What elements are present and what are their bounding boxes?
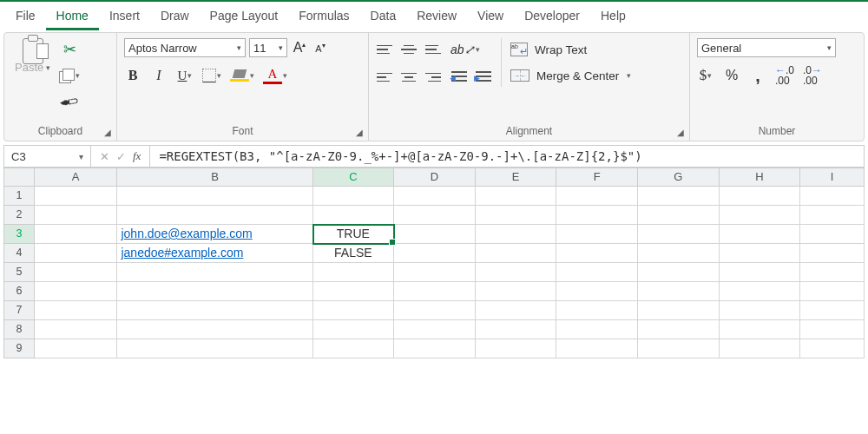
cell[interactable] [117,206,312,225]
chevron-down-icon[interactable]: ▾ [187,71,192,80]
cell[interactable] [638,282,720,301]
cell[interactable] [720,320,801,339]
cell[interactable] [476,244,557,263]
increase-decimal-button[interactable]: ←.0.00 [775,66,794,85]
borders-button[interactable]: ▾ [202,66,221,85]
bold-button[interactable]: B [124,66,141,85]
row-header[interactable]: 9 [3,339,35,358]
cell[interactable] [117,320,312,339]
align-top-button[interactable] [376,40,393,59]
cell[interactable] [638,244,720,263]
insert-function-button[interactable]: fx [133,149,141,163]
cell[interactable] [476,282,557,301]
column-header[interactable]: C [313,168,395,187]
cell[interactable] [638,225,720,244]
dialog-launcher-icon[interactable]: ◢ [677,128,684,137]
cell[interactable] [117,339,312,358]
column-header[interactable]: B [117,168,312,187]
align-middle-button[interactable] [400,40,418,59]
cell[interactable] [638,263,720,282]
align-center-button[interactable] [400,68,418,87]
cell[interactable] [800,206,865,225]
orientation-button[interactable]: ab⤢▾ [450,40,480,59]
chevron-down-icon[interactable]: ▾ [476,45,480,54]
cell[interactable] [800,225,865,244]
cell[interactable] [720,225,801,244]
cell[interactable] [556,244,638,263]
align-bottom-button[interactable] [424,40,442,59]
copy-button[interactable]: ▾ [59,66,80,85]
cell[interactable] [556,320,638,339]
cell[interactable] [720,339,801,358]
formula-bar[interactable]: =REGEXTEST(B3, "^[a-zA-Z0-9._%+-]+@[a-zA… [150,149,650,163]
wrap-text-button[interactable]: ab↵ Wrap Text [510,40,631,59]
cell[interactable] [638,206,720,225]
tab-draw[interactable]: Draw [150,5,200,30]
cell[interactable] [35,244,118,263]
tab-developer[interactable]: Developer [514,5,590,30]
comma-format-button[interactable]: , [749,66,766,85]
cell[interactable] [720,301,801,320]
cell[interactable] [35,187,118,206]
cell[interactable] [313,320,395,339]
align-left-button[interactable] [376,68,393,87]
cell[interactable] [313,301,395,320]
cell[interactable]: john.doe@example.com [117,225,312,244]
tab-home[interactable]: Home [46,5,99,30]
cell[interactable] [638,301,720,320]
column-header[interactable]: I [800,168,865,187]
cell[interactable]: TRUE [313,225,395,244]
cell[interactable] [556,206,638,225]
cell[interactable] [394,263,476,282]
row-header[interactable]: 4 [3,244,35,263]
column-header[interactable]: E [476,168,557,187]
cell[interactable] [638,339,720,358]
cell[interactable] [117,301,312,320]
chevron-down-icon[interactable]: ▾ [79,152,83,161]
cancel-formula-button[interactable]: ✕ [100,150,109,163]
cell[interactable]: janedoe#example.com [117,244,312,263]
cell[interactable] [800,282,865,301]
chevron-down-icon[interactable]: ▾ [250,71,254,80]
cell[interactable] [800,263,865,282]
cell[interactable] [394,282,476,301]
cell[interactable]: FALSE [313,244,395,263]
cell[interactable] [800,320,865,339]
cell[interactable] [35,206,118,225]
cell[interactable] [720,263,801,282]
cell[interactable] [720,206,801,225]
increase-indent-button[interactable]: ▶ [475,68,492,87]
font-name-combo[interactable]: Aptos Narrow▾ [124,38,246,57]
dialog-launcher-icon[interactable]: ◢ [356,128,363,137]
accounting-format-button[interactable]: $▾ [697,66,714,85]
number-format-combo[interactable]: General▾ [697,38,836,57]
font-size-combo[interactable]: 11▾ [249,38,287,57]
merge-center-button[interactable]: →← Merge & Center ▾ [510,66,631,85]
cell[interactable] [638,187,720,206]
format-painter-button[interactable]: 🖌 [59,92,80,111]
cell[interactable] [35,320,118,339]
paste-button[interactable] [21,40,45,59]
cell[interactable] [556,225,638,244]
cell[interactable] [800,301,865,320]
increase-font-button[interactable]: A▴ [291,38,308,57]
tab-help[interactable]: Help [590,5,636,30]
decrease-font-button[interactable]: A▾ [312,38,329,57]
decrease-indent-button[interactable]: ◀ [450,68,468,87]
cell[interactable] [313,263,395,282]
cell[interactable] [394,244,476,263]
cell[interactable] [476,301,557,320]
tab-data[interactable]: Data [360,5,407,30]
cell[interactable] [476,187,557,206]
worksheet-grid[interactable]: ABCDEFGHI 123john.doe@example.comTRUE4ja… [3,168,865,434]
row-header[interactable]: 1 [3,187,35,206]
row-header[interactable]: 6 [3,282,35,301]
cell[interactable] [394,187,476,206]
chevron-down-icon[interactable]: ▾ [707,71,712,80]
chevron-down-icon[interactable]: ▾ [76,71,80,80]
cell[interactable] [800,339,865,358]
cell[interactable] [117,187,312,206]
tab-formulas[interactable]: Formulas [288,5,359,30]
row-header[interactable]: 7 [3,301,35,320]
name-box[interactable]: C3▾ [4,146,91,167]
